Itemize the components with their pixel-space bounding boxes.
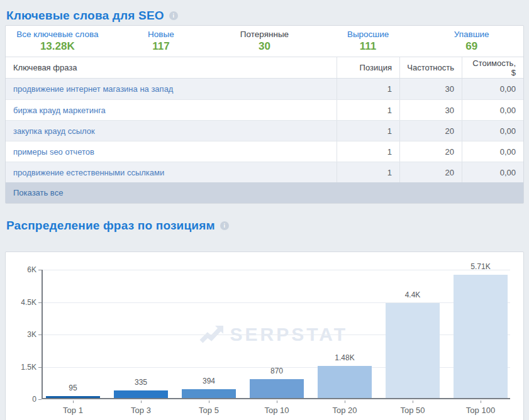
cost-cell: 0,00 — [462, 79, 523, 99]
bar-top-3[interactable] — [114, 390, 168, 398]
page-title: Ключевые слова для SEO — [6, 9, 164, 23]
cost-cell: 0,00 — [462, 121, 523, 141]
stat-new: Новые 117 — [109, 26, 213, 57]
keyword-link[interactable]: продвижение естественными ссылками — [13, 168, 164, 177]
frequency-cell: 20 — [399, 121, 462, 141]
y-axis-tick — [38, 334, 42, 335]
table-body: продвижение интернет магазина на запад13… — [6, 79, 523, 182]
table-header-row: Ключевая фраза Позиция Частотность Стоим… — [6, 57, 523, 79]
stat-improved-link[interactable]: Выросшие — [347, 30, 389, 39]
x-axis-tick — [73, 401, 74, 403]
keyword-link[interactable]: примеры seo отчетов — [13, 147, 94, 157]
keyword-link[interactable]: биржа крауд маркетинга — [13, 106, 106, 115]
column-header-cost: Стоимость, $ — [462, 57, 523, 78]
x-axis-category-label: Top 50 — [386, 406, 440, 415]
bar-top-50[interactable] — [386, 303, 440, 398]
bar-top-20[interactable] — [318, 366, 372, 398]
stats-row: Все ключевые слова 13.28K Новые 117 Поте… — [6, 26, 523, 57]
bar-value-label: 394 — [182, 377, 236, 385]
position-cell: 1 — [337, 100, 399, 120]
y-axis-tick — [38, 302, 42, 303]
cost-cell: 0,00 — [462, 100, 523, 120]
y-axis-tick-label: 4.5K — [21, 298, 36, 307]
stat-declined: Упавшие 69 — [420, 26, 523, 57]
bar-value-label: 870 — [250, 367, 304, 375]
y-axis-tick — [38, 399, 42, 400]
keywords-panel: Все ключевые слова 13.28K Новые 117 Поте… — [5, 25, 524, 204]
x-axis-tick — [413, 401, 413, 403]
keyword-cell: закупка крауд ссылок — [6, 126, 337, 136]
table-row: продвижение естественными ссылками1200,0… — [6, 162, 523, 182]
stat-lost-value: 30 — [259, 40, 270, 53]
x-axis-tick — [277, 401, 277, 403]
stat-all-keywords: Все ключевые слова 13.28K — [6, 26, 109, 57]
frequency-cell: 20 — [399, 141, 462, 162]
x-axis-category-label: Top 3 — [114, 406, 168, 415]
table-row: примеры seo отчетов1200,00 — [6, 141, 523, 162]
cost-cell: 0,00 — [462, 162, 523, 182]
position-cell: 1 — [337, 162, 399, 182]
y-axis-tick-label: 0 — [32, 395, 36, 404]
bar-top-5[interactable] — [182, 389, 236, 398]
table-row: закупка крауд ссылок1200,00 — [6, 120, 523, 141]
bar-value-label: 5.71K — [454, 262, 508, 271]
keyword-link[interactable]: продвижение интернет магазина на запад — [13, 84, 173, 94]
frequency-cell: 30 — [399, 79, 462, 99]
keyword-cell: биржа крауд маркетинга — [6, 106, 337, 115]
stat-new-link[interactable]: Новые — [148, 30, 174, 39]
keyword-cell: продвижение интернет магазина на запад — [6, 84, 337, 94]
stat-declined-value: 69 — [465, 40, 477, 53]
position-cell: 1 — [337, 121, 399, 141]
gridline — [43, 334, 510, 335]
position-cell: 1 — [337, 141, 399, 162]
bar-top-100[interactable] — [454, 275, 508, 398]
gridline — [43, 270, 510, 270]
x-axis-tick — [141, 401, 142, 403]
stat-improved: Выросшие 111 — [316, 26, 420, 57]
keyword-link[interactable]: закупка крауд ссылок — [13, 126, 95, 136]
bar-value-label: 4.4K — [386, 290, 440, 299]
x-axis-category-label: Top 20 — [318, 406, 372, 415]
chart-plot: SERPSTAT 01.5K3K4.5K6K95Top 1335Top 3394… — [42, 270, 510, 399]
y-axis-tick — [38, 270, 42, 270]
y-axis-tick-label: 3K — [27, 330, 36, 339]
x-axis-category-label: Top 5 — [182, 406, 236, 415]
bar-chart: SERPSTAT 01.5K3K4.5K6K95Top 1335Top 3394… — [6, 252, 523, 420]
keyword-cell: продвижение естественными ссылками — [6, 168, 337, 177]
seo-dashboard: Ключевые слова для SEO i Все ключевые сл… — [0, 0, 529, 420]
x-axis-category-label: Top 1 — [46, 406, 100, 415]
stat-all-keywords-value: 13.28K — [40, 40, 75, 53]
distribution-chart-panel: SERPSTAT 01.5K3K4.5K6K95Top 1335Top 3394… — [5, 251, 524, 420]
stat-all-keywords-link[interactable]: Все ключевые слова — [16, 30, 98, 39]
x-axis-category-label: Top 10 — [250, 406, 304, 415]
x-axis-tick — [209, 401, 209, 403]
column-header-position: Позиция — [337, 57, 399, 78]
info-icon[interactable]: i — [220, 221, 229, 230]
y-axis-tick-label: 6K — [27, 265, 36, 274]
info-icon[interactable]: i — [169, 11, 178, 20]
stat-new-value: 117 — [152, 40, 169, 53]
table-row: продвижение интернет магазина на запад13… — [6, 79, 523, 99]
bar-top-1[interactable] — [46, 396, 100, 398]
bar-value-label: 1.48K — [318, 353, 372, 362]
y-axis-tick — [38, 367, 42, 368]
position-cell: 1 — [337, 79, 399, 99]
cost-cell: 0,00 — [462, 141, 523, 162]
bar-value-label: 335 — [114, 378, 168, 387]
y-axis-tick-label: 1.5K — [21, 363, 36, 372]
keywords-section-header: Ключевые слова для SEO i — [6, 0, 529, 25]
table-row: биржа крауд маркетинга1300,00 — [6, 99, 523, 120]
stat-declined-link[interactable]: Упавшие — [454, 30, 489, 39]
stat-improved-value: 111 — [360, 40, 377, 53]
frequency-cell: 20 — [399, 162, 462, 182]
show-all-button[interactable]: Показать все — [6, 182, 523, 203]
distribution-section-header: Распределение фраз по позициям i — [6, 218, 529, 242]
bar-top-10[interactable] — [250, 379, 304, 398]
x-axis-tick — [345, 401, 345, 403]
x-axis-tick — [481, 401, 481, 403]
keyword-cell: примеры seo отчетов — [6, 147, 337, 157]
bar-value-label: 95 — [46, 384, 100, 392]
chart-title: Распределение фраз по позициям — [6, 218, 215, 233]
frequency-cell: 30 — [399, 100, 462, 120]
column-header-phrase: Ключевая фраза — [6, 63, 337, 72]
